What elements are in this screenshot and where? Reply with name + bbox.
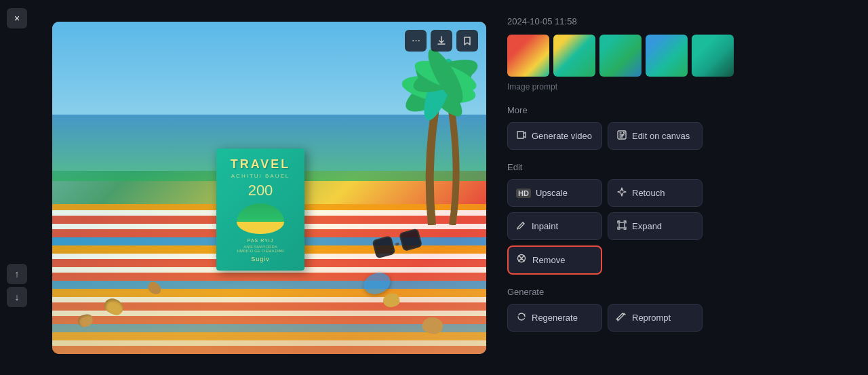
section-label-generate: Generate — [507, 287, 703, 297]
section-label-edit: Edit — [507, 162, 703, 172]
travel-book: TRAVEL ACHITUI BAUEL 200 PAS RYIJ ANIE S… — [216, 149, 304, 271]
book-island-graphic — [237, 203, 284, 234]
book-small-text: ANIE SMAYORDAHMPICO GE CIEMA DIMI — [237, 245, 283, 253]
upscale-icon: HD — [516, 189, 531, 198]
close-button[interactable]: × — [7, 8, 27, 28]
image-toolbar: ⋯ — [405, 30, 478, 52]
glass-bridge — [395, 242, 399, 245]
thumbnail-2[interactable] — [553, 35, 595, 77]
thumbnail-3[interactable] — [599, 35, 642, 77]
palm-trees — [337, 22, 486, 225]
expand-icon — [616, 220, 627, 233]
regenerate-button[interactable]: Regenerate — [507, 304, 602, 332]
image-prompt-label: Image prompt — [507, 82, 703, 92]
reprompt-button[interactable]: Reprompt — [608, 304, 703, 332]
edit-on-canvas-button[interactable]: Edit on canvas — [608, 122, 703, 150]
remove-button[interactable]: Remove — [507, 245, 602, 275]
download-icon — [437, 36, 446, 45]
bookmark-icon — [462, 36, 472, 45]
thumbnail-4[interactable] — [646, 35, 688, 77]
thumbnail-1[interactable] — [507, 35, 549, 77]
download-button[interactable] — [431, 30, 452, 52]
retouch-icon — [616, 186, 627, 199]
generate-buttons-grid: Regenerate Reprompt — [507, 304, 703, 332]
main-image-wrapper: TRAVEL ACHITUI BAUEL 200 PAS RYIJ ANIE S… — [52, 22, 486, 354]
left-nav: × ↑ ↓ — [0, 0, 34, 375]
svg-rect-8 — [619, 222, 625, 228]
inpaint-button[interactable]: Inpaint — [507, 212, 602, 240]
reprompt-label: Reprompt — [632, 313, 671, 323]
regenerate-label: Regenerate — [532, 313, 578, 323]
regenerate-icon — [516, 311, 527, 324]
edit-buttons-grid: HD Upscale Retouch Inpaint — [507, 179, 703, 275]
book-number: 200 — [248, 182, 273, 199]
generate-video-label: Generate video — [532, 131, 592, 141]
right-panel: 2024-10-05 11:58 Image prompt More Gener… — [496, 8, 713, 367]
reprompt-icon — [616, 311, 627, 324]
expand-label: Expand — [632, 221, 662, 231]
next-button[interactable]: ↓ — [7, 287, 27, 307]
bookmark-button[interactable] — [456, 30, 478, 52]
book-brand: Sugiv — [251, 256, 270, 262]
prev-button[interactable]: ↑ — [7, 264, 27, 284]
generate-video-button[interactable]: Generate video — [507, 122, 602, 150]
remove-icon — [517, 254, 528, 267]
generate-video-icon — [516, 130, 527, 142]
remove-label: Remove — [532, 255, 565, 265]
timestamp: 2024-10-05 11:58 — [507, 16, 703, 26]
section-label-more: More — [507, 105, 703, 115]
book-subtitle: ACHITUI BAUEL — [231, 173, 290, 179]
main-image: TRAVEL ACHITUI BAUEL 200 PAS RYIJ ANIE S… — [52, 22, 486, 354]
image-area: TRAVEL ACHITUI BAUEL 200 PAS RYIJ ANIE S… — [42, 8, 496, 367]
upscale-button[interactable]: HD Upscale — [507, 179, 602, 207]
thumbnail-5[interactable] — [692, 35, 734, 77]
nav-arrows: ↑ ↓ — [7, 264, 27, 307]
thumbnails-row — [507, 35, 703, 77]
book-bottom-text: PAS RYIJ — [248, 238, 273, 243]
inpaint-icon — [516, 220, 527, 233]
upscale-label: Upscale — [536, 188, 568, 198]
edit-on-canvas-label: Edit on canvas — [632, 131, 690, 141]
book-title: TRAVEL — [231, 157, 291, 172]
main-content: TRAVEL ACHITUI BAUEL 200 PAS RYIJ ANIE S… — [34, 0, 868, 375]
retouch-button[interactable]: Retouch — [608, 179, 703, 207]
retouch-label: Retouch — [632, 188, 665, 198]
edit-on-canvas-icon — [616, 130, 627, 142]
more-options-button[interactable]: ⋯ — [405, 30, 427, 52]
more-buttons-grid: Generate video Edit on canvas — [507, 122, 703, 150]
expand-button[interactable]: Expand — [608, 212, 703, 240]
inpaint-label: Inpaint — [532, 221, 558, 231]
